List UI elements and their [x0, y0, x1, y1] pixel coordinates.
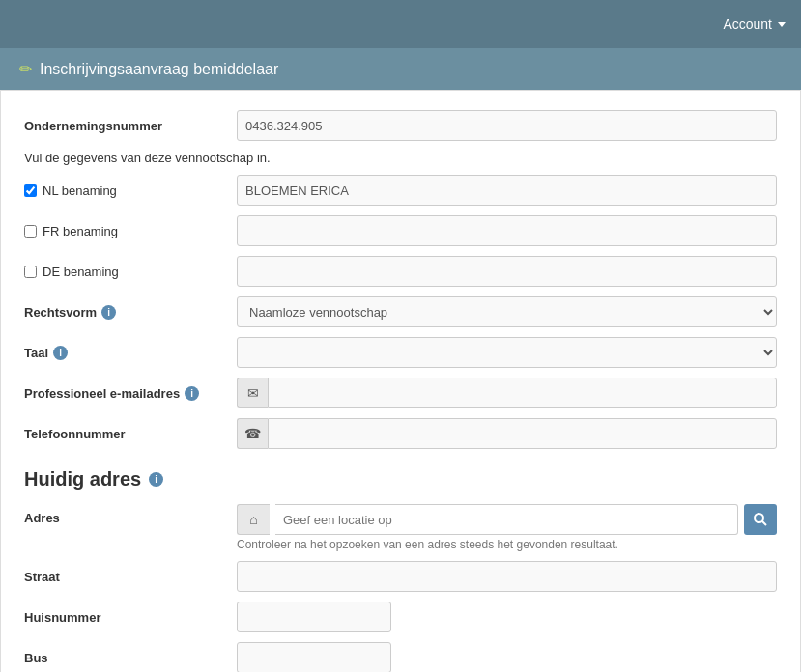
email-label: Professioneel e-mailadres i	[24, 386, 237, 401]
telefoon-input[interactable]	[268, 418, 777, 449]
rechtsvorm-info-icon[interactable]: i	[101, 305, 116, 320]
taal-row: Taal i Nederlands Frans Duits	[24, 337, 777, 368]
taal-label: Taal i	[24, 346, 237, 360]
rechtsvorm-select[interactable]: Naamloze vennootschap BVBA NV VZW	[237, 296, 777, 327]
account-caret-icon	[778, 22, 786, 27]
pencil-icon: ✏	[19, 60, 32, 78]
telefoon-row: Telefoonnummer ☎	[24, 418, 777, 449]
de-benaming-field-wrap	[237, 256, 777, 287]
fr-benaming-row: FR benaming	[24, 215, 777, 246]
account-label: Account	[723, 16, 772, 32]
nl-benaming-label-wrap: NL benaming	[24, 183, 237, 198]
svg-point-0	[755, 514, 763, 522]
email-icon: ✉	[237, 378, 268, 408]
rechtsvorm-label: Rechtsvorm i	[24, 305, 237, 320]
telefoon-input-group: ☎	[237, 418, 777, 449]
svg-line-1	[762, 521, 766, 525]
adres-row: Adres ⌂ Controleer na het opzoeken van e…	[24, 504, 777, 551]
huisnummer-wrap	[237, 602, 777, 632]
search-icon	[753, 512, 768, 527]
adres-section-title: Huidig adres i	[24, 468, 777, 490]
email-row: Professioneel e-mailadres i ✉	[24, 378, 777, 408]
straat-input[interactable]	[237, 561, 777, 592]
huisnummer-row: Huisnummer	[24, 602, 777, 632]
ondernemingsnummer-row: Ondernemingsnummer	[24, 110, 777, 141]
bus-input[interactable]	[237, 642, 391, 672]
telefoon-wrap: ☎	[237, 418, 777, 449]
taal-select[interactable]: Nederlands Frans Duits	[237, 337, 777, 368]
de-benaming-input[interactable]	[237, 256, 777, 287]
straat-wrap	[237, 561, 777, 592]
bus-label: Bus	[24, 651, 237, 665]
main-content: Ondernemingsnummer Vul de gegevens van d…	[0, 90, 801, 672]
de-benaming-label: DE benaming	[43, 265, 119, 279]
ondernemingsnummer-input[interactable]	[237, 110, 777, 141]
ondernemingsnummer-wrap	[237, 110, 777, 141]
fr-benaming-label-wrap: FR benaming	[24, 224, 237, 238]
nl-benaming-label: NL benaming	[43, 183, 117, 198]
de-benaming-row: DE benaming	[24, 256, 777, 287]
nl-benaming-field-wrap	[237, 175, 777, 206]
email-input-group: ✉	[237, 378, 777, 408]
nl-benaming-checkbox[interactable]	[24, 184, 37, 197]
nl-benaming-row: NL benaming	[24, 175, 777, 206]
taal-info-icon[interactable]: i	[53, 346, 68, 360]
de-benaming-checkbox[interactable]	[24, 266, 37, 278]
bus-row: Bus	[24, 642, 777, 672]
adres-helper-text: Controleer na het opzoeken van een adres…	[237, 538, 777, 551]
vennootschap-info: Vul de gegevens van deze vennootschap in…	[24, 151, 777, 165]
account-button[interactable]: Account	[723, 16, 786, 32]
fr-benaming-field-wrap	[237, 215, 777, 246]
de-benaming-label-wrap: DE benaming	[24, 265, 237, 279]
nl-benaming-input[interactable]	[237, 175, 777, 206]
straat-row: Straat	[24, 561, 777, 592]
fr-benaming-input[interactable]	[237, 215, 777, 246]
email-input[interactable]	[268, 378, 777, 408]
email-info-icon[interactable]: i	[185, 386, 199, 401]
email-wrap: ✉	[237, 378, 777, 408]
page-title: Inschrijvingsaanvraag bemiddelaar	[40, 61, 278, 78]
adres-search-button[interactable]	[744, 504, 777, 535]
huisnummer-label: Huisnummer	[24, 610, 237, 625]
top-navigation: Account	[0, 0, 801, 48]
huisnummer-input[interactable]	[237, 602, 391, 632]
straat-label: Straat	[24, 570, 237, 584]
adres-info-icon[interactable]: i	[149, 472, 163, 487]
taal-wrap: Nederlands Frans Duits	[237, 337, 777, 368]
adres-search-group: ⌂	[237, 504, 777, 535]
adres-input[interactable]	[275, 504, 738, 535]
phone-icon: ☎	[237, 418, 268, 449]
adres-control-wrap: ⌂ Controleer na het opzoeken van een adr…	[237, 504, 777, 551]
rechtsvorm-row: Rechtsvorm i Naamloze vennootschap BVBA …	[24, 296, 777, 327]
page-header: ✏ Inschrijvingsaanvraag bemiddelaar	[0, 48, 801, 90]
rechtsvorm-wrap: Naamloze vennootschap BVBA NV VZW	[237, 296, 777, 327]
adres-label: Adres	[24, 504, 237, 525]
fr-benaming-label: FR benaming	[43, 224, 118, 238]
ondernemingsnummer-label: Ondernemingsnummer	[24, 119, 237, 133]
bus-wrap	[237, 642, 777, 672]
telefoon-label: Telefoonnummer	[24, 427, 237, 441]
home-icon: ⌂	[237, 504, 270, 535]
fr-benaming-checkbox[interactable]	[24, 225, 37, 238]
